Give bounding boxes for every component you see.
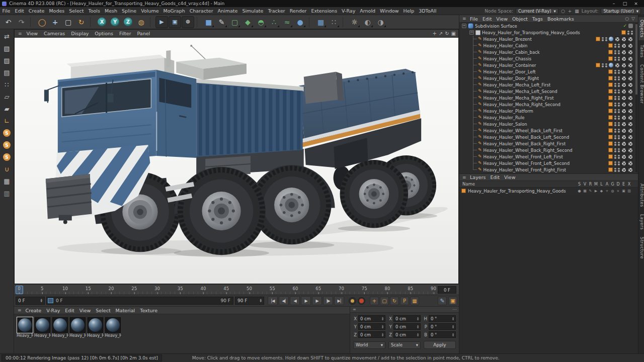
visibility-dots-icon[interactable] [614,76,620,80]
render-settings-button[interactable]: ☸ [182,16,194,28]
layer-color-swatch[interactable] [608,102,613,107]
visibility-dots-icon[interactable] [614,122,620,126]
menu-volume[interactable]: Volume [139,8,161,14]
object-row-heavy-hauler-wheel-front-left-second[interactable]: ✎Heavy_Hauler_Wheel_Front_Left_Second [459,160,638,166]
visibility-dots-icon[interactable] [614,155,620,159]
workplane-lock-button[interactable]: ▥ [2,188,13,199]
material-tag-icon[interactable] [621,56,626,61]
timeline-ruler[interactable]: 051015202530354045505560657075808590 0 F [14,284,459,295]
layer-color-swatch[interactable] [608,43,613,48]
material-thumbnail[interactable]: Heavy_H [69,317,86,338]
spinner-down-icon[interactable]: ▼ [260,301,262,303]
material-tag-icon[interactable] [621,154,626,159]
object-row-heavy-hauler-wheel-back-left-first[interactable]: ✎Heavy_Hauler_Wheel_Back_Left_First [459,127,638,134]
model-mode-button[interactable]: ▧ [2,43,13,54]
viewport-menu-panel[interactable]: Panel [134,31,153,36]
menu-help[interactable]: Help [401,8,417,14]
rotation-h-field[interactable]: 0 °▲▼ [429,315,456,322]
current-frame-spinner[interactable]: 0 F ▲▼ [16,297,45,305]
material-tag-icon[interactable] [621,69,626,74]
object-row-heavy-hauler-cabin[interactable]: ✎Heavy_Hauler_Cabin [459,42,638,49]
texture-mode-button[interactable]: ▨ [2,55,13,66]
material-tag-icon[interactable] [621,122,626,127]
material-tag-icon[interactable] [621,102,626,107]
viewport-menu-filter[interactable]: Filter [116,31,134,36]
record-pla-toggle[interactable]: ▦ [410,297,419,305]
layer-manager-menu-view[interactable]: View [502,174,518,180]
close-button[interactable]: × [633,1,639,6]
sky-button[interactable]: ◐ [361,16,374,28]
cloner-button[interactable]: ∴ [268,16,280,28]
subdivision-surface-button[interactable]: ▢ [228,16,241,28]
material-tag-icon[interactable] [628,37,633,42]
object-row-heavy-hauler-mecha-right-first[interactable]: ✎Heavy_Hauler_Mecha_Right_First [459,95,638,101]
material-tag-icon[interactable] [621,63,626,68]
object-row-heavy-hauler-mecha-left-first[interactable]: ✎Heavy_Hauler_Mecha_Left_First [459,81,638,88]
layer-row[interactable]: Heavy_Hauler_for_Transporting_Heavy_Good… [459,188,638,194]
layer-color-swatch[interactable] [608,56,613,61]
menu-select[interactable]: Select [67,8,86,14]
layer-color-swatch[interactable] [608,128,613,133]
menu-render[interactable]: Render [287,8,309,14]
visibility-dots-icon[interactable] [614,89,620,94]
snap-button[interactable]: ∪ [2,164,13,174]
z-axis-lock-button[interactable]: Z [122,16,134,28]
rotation-b-field[interactable]: 0 °▲▼ [429,331,456,338]
material-tag-icon[interactable] [621,109,626,114]
y-axis-lock-button[interactable]: Y [109,16,121,28]
layer-color-swatch[interactable] [608,161,613,165]
object-row-heavy-hauler-platform[interactable]: ✎Heavy_Hauler_Platform [459,108,638,114]
menu-character[interactable]: Character [187,8,215,14]
keyframe-presets-button[interactable]: ✎ [438,297,447,305]
material-tag-icon[interactable] [628,43,633,48]
material-tag-icon[interactable] [628,141,633,146]
material-tag-icon[interactable] [628,154,633,159]
material-tag-icon[interactable] [621,37,626,42]
visibility-dots-icon[interactable] [614,109,620,113]
particles-button[interactable]: ∷ [328,16,340,28]
next-key-button[interactable]: |▶ [323,296,333,305]
layout-select[interactable]: Startup (User) ▾ [601,8,641,14]
material-tag-icon[interactable] [621,76,626,81]
boole-button[interactable]: ◓ [255,16,267,28]
minimize-button[interactable]: – [611,1,617,6]
material-thumbnail[interactable]: Heavy_H [17,317,33,338]
layer-color-swatch[interactable] [621,30,626,35]
material-tag-icon[interactable] [621,148,626,153]
previous-frame-button[interactable]: ◀ [290,296,300,305]
layer-color-swatch[interactable] [596,63,600,67]
material-tag-icon[interactable] [621,167,626,172]
panels-icon[interactable]: ▦ [575,9,579,14]
phong-tag-icon[interactable] [609,37,613,41]
layer-toggle-icon[interactable]: ● [577,189,582,193]
volume-builder-button[interactable]: ● [294,16,306,28]
visibility-dots-icon[interactable] [614,103,620,107]
viewport-solo-hierarchy-button[interactable]: S [2,152,13,162]
layer-toggle-icon[interactable]: × [615,189,621,193]
end-frame-spinner[interactable]: 90 F ▲▼ [235,297,264,305]
material-manager-menu-texture[interactable]: Texture [137,308,160,313]
viewport-menu-options[interactable]: Options [92,31,116,36]
node-space-select[interactable]: Current (V-Ray) ▾ [516,8,558,14]
layer-toggle-icon[interactable]: ▣ [621,189,626,193]
visibility-dots-icon[interactable] [614,129,620,133]
panel-tab-structure[interactable]: Structure [638,234,644,261]
material-tag-icon[interactable] [628,76,633,81]
menu-file[interactable]: File [0,8,13,14]
x-axis-lock-button[interactable]: X [96,16,108,28]
object-row-heavy-hauler-rule[interactable]: ✎Heavy_Hauler_Rule [459,114,638,121]
layer-color-swatch[interactable] [608,154,613,159]
object-row-heavy-hauler-wheel-back-right-first[interactable]: ✎Heavy_Hauler_Wheel_Back_Right_First [459,140,638,147]
object-tree-scrollbar[interactable] [635,23,637,172]
generator-tag-icon[interactable] [628,24,633,28]
maximize-button[interactable]: □ [622,1,628,6]
visibility-dots-icon[interactable] [614,96,620,100]
zoom-view-icon[interactable]: ↗ [439,31,443,36]
material-manager-menu-create[interactable]: Create [23,308,44,313]
play-button[interactable]: ▶ [301,296,311,305]
workplane-mode-button[interactable]: ▤ [2,67,13,78]
material-tag-icon[interactable] [628,109,633,114]
viewport-solo-single-button[interactable]: S [2,140,13,150]
size-x-field[interactable]: 0 cm▲▼ [393,315,421,322]
visibility-dots-icon[interactable] [627,31,633,35]
